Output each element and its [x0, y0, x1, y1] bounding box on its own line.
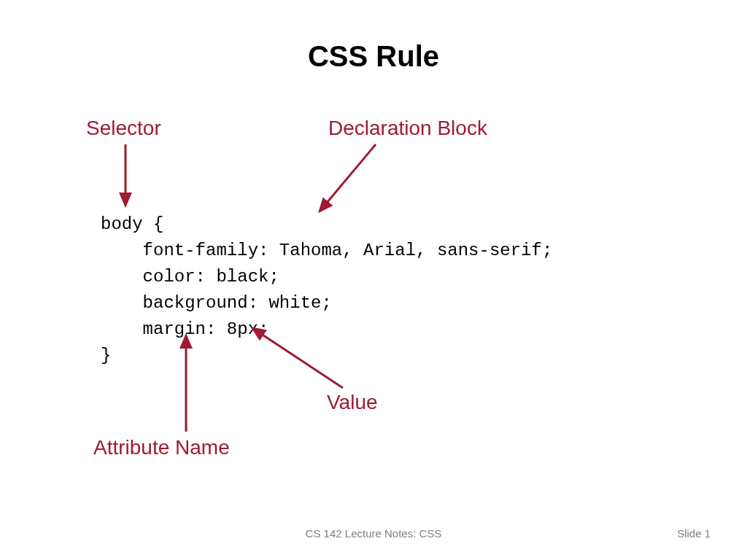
- slide-title: CSS Rule: [0, 40, 747, 73]
- svg-line-1: [320, 144, 376, 211]
- label-attribute: Attribute Name: [93, 436, 230, 459]
- label-declaration: Declaration Block: [328, 117, 487, 140]
- label-value: Value: [327, 391, 378, 414]
- footer-center-text: CS 142 Lecture Notes: CSS: [0, 527, 747, 540]
- label-selector: Selector: [86, 117, 161, 140]
- footer-slide-number: Slide 1: [677, 527, 711, 540]
- css-code-example: body { font-family: Tahoma, Arial, sans-…: [101, 211, 552, 369]
